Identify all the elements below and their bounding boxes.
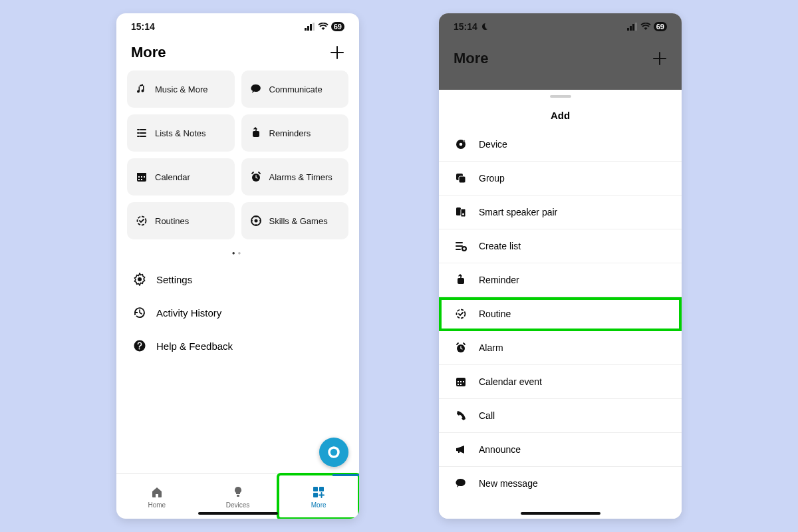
tab-home[interactable]: Home [116, 474, 198, 519]
speech-bubble-icon [454, 476, 468, 491]
status-indicators: 69 [305, 22, 344, 31]
page-header: More [116, 40, 359, 70]
home-indicator [521, 512, 600, 515]
svg-rect-21 [313, 487, 318, 491]
svg-rect-10 [138, 179, 140, 180]
cellular-icon [305, 23, 315, 31]
tile-label: Lists & Notes [155, 128, 206, 138]
svg-rect-34 [461, 209, 466, 217]
page-header-dimmed: More [439, 50, 682, 67]
status-time: 15:14 [131, 21, 155, 32]
reminder-icon [454, 273, 468, 287]
svg-rect-2 [310, 24, 312, 31]
add-button[interactable] [330, 45, 344, 60]
more-grid-icon [311, 485, 326, 499]
alarm-icon [249, 170, 263, 184]
gear-icon [132, 272, 147, 287]
add-item-label: Call [479, 410, 495, 421]
alexa-fab[interactable] [319, 438, 348, 467]
svg-rect-33 [456, 207, 461, 215]
menu-help-feedback[interactable]: Help & Feedback [130, 329, 346, 362]
add-item-announce[interactable]: Announce [439, 433, 682, 467]
svg-rect-25 [630, 26, 632, 31]
svg-rect-11 [141, 179, 142, 180]
svg-rect-4 [253, 131, 259, 137]
add-button [652, 51, 667, 66]
add-item-label: Reminder [479, 275, 519, 285]
tile-routines[interactable]: Routines [127, 202, 235, 239]
list-icon [135, 126, 148, 140]
tile-calendar[interactable]: Calendar [127, 158, 235, 196]
alexa-ring-icon [327, 445, 341, 460]
svg-rect-7 [138, 176, 140, 178]
menu-activity-history[interactable]: Activity History [130, 296, 346, 329]
tile-reminders[interactable]: Reminders [241, 114, 349, 152]
svg-rect-23 [313, 493, 318, 497]
phone-more-screen: 15:14 69 More Music & More Communicate L… [116, 13, 359, 519]
add-item-new-message[interactable]: New message [439, 467, 682, 500]
svg-rect-24 [627, 28, 629, 31]
svg-rect-9 [144, 176, 145, 178]
device-icon [454, 137, 468, 152]
svg-rect-27 [635, 23, 637, 31]
add-item-label: Announce [479, 444, 521, 455]
dimmed-background: 15:14 69 More [439, 13, 682, 90]
svg-point-18 [139, 348, 140, 350]
svg-rect-22 [319, 487, 324, 491]
help-icon [132, 338, 147, 353]
page-title: More [131, 44, 166, 61]
tab-bar: Home Devices More [116, 473, 359, 519]
tab-label: Home [148, 501, 166, 509]
wifi-icon [318, 23, 329, 31]
tile-lists-notes[interactable]: Lists & Notes [127, 114, 235, 152]
add-item-label: Calendar event [479, 376, 542, 387]
tile-skills-games[interactable]: Skills & Games [241, 202, 349, 239]
routine-icon [454, 307, 468, 321]
svg-rect-20 [237, 495, 239, 497]
tab-more[interactable]: More [278, 474, 359, 519]
menu-label: Settings [156, 274, 192, 285]
page-title: More [454, 50, 489, 67]
add-item-call[interactable]: Call [439, 399, 682, 433]
add-item-label: Device [479, 139, 507, 150]
svg-rect-3 [313, 23, 315, 31]
add-item-routine[interactable]: Routine [439, 297, 682, 331]
phone-add-sheet: 15:14 69 More Add Device [439, 13, 682, 519]
add-item-create-list[interactable]: Create list [439, 229, 682, 263]
add-item-label: New message [479, 478, 538, 489]
svg-rect-1 [307, 26, 309, 31]
svg-rect-41 [458, 381, 459, 382]
svg-point-16 [138, 277, 142, 281]
reminder-icon [249, 126, 263, 140]
add-item-calendar-event[interactable]: Calendar event [439, 365, 682, 399]
tile-communicate[interactable]: Communicate [241, 70, 349, 108]
cellular-icon [627, 23, 638, 31]
add-item-reminder[interactable]: Reminder [439, 263, 682, 297]
tile-alarms-timers[interactable]: Alarms & Timers [241, 158, 349, 196]
add-item-alarm[interactable]: Alarm [439, 331, 682, 365]
skills-icon [249, 214, 263, 227]
page-dots: ●● [116, 239, 359, 263]
plus-icon [330, 45, 344, 60]
tile-label: Routines [155, 216, 189, 226]
add-list: Device Group Smart speaker pair Create l… [439, 128, 682, 500]
add-item-group[interactable]: Group [439, 162, 682, 196]
tile-grid: Music & More Communicate Lists & Notes R… [116, 70, 359, 239]
home-indicator [198, 512, 278, 515]
add-item-speaker-pair[interactable]: Smart speaker pair [439, 196, 682, 229]
add-item-device[interactable]: Device [439, 128, 682, 162]
plus-icon [652, 51, 667, 66]
svg-point-30 [464, 140, 466, 142]
tile-label: Communicate [269, 84, 323, 94]
svg-point-35 [462, 213, 464, 215]
menu-settings[interactable]: Settings [130, 263, 346, 296]
add-item-label: Create list [479, 241, 521, 251]
status-bar: 15:14 69 [116, 13, 359, 40]
calendar-icon [135, 170, 148, 184]
sheet-title: Add [439, 98, 682, 128]
svg-rect-43 [463, 381, 464, 382]
alarm-icon [454, 340, 468, 355]
status-time: 15:14 [454, 21, 477, 32]
menu-label: Help & Feedback [156, 340, 233, 352]
tile-music-more[interactable]: Music & More [127, 70, 235, 108]
